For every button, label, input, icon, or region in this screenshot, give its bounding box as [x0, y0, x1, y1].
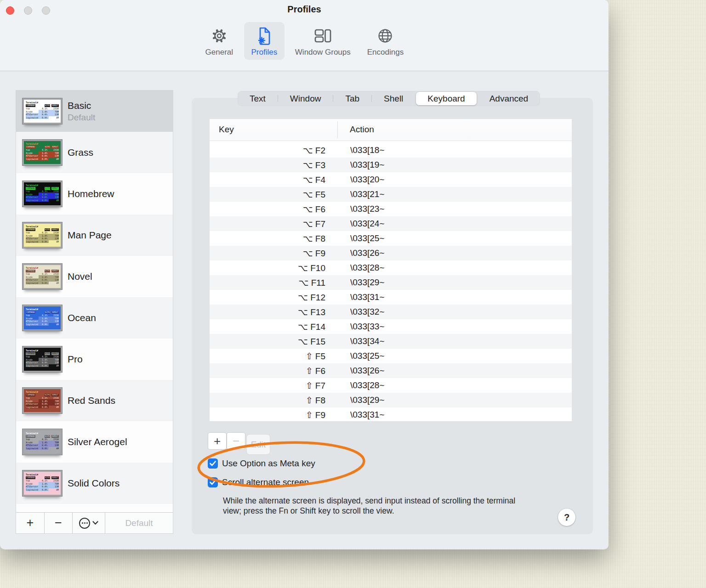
table-row[interactable]: ⌥ F10\033[28~	[210, 260, 572, 275]
key-cell: ⌥ F8	[210, 233, 337, 244]
key-cell: ⌥ F9	[210, 248, 337, 259]
action-cell: \033[18~	[337, 145, 385, 155]
action-cell: \033[28~	[337, 263, 385, 273]
profile-row-red-sands[interactable]: Terminal#COMMAND %CPU RPRVTtop4.1%231KXc…	[16, 380, 173, 421]
table-row[interactable]: ⌥ F3\033[19~	[210, 158, 572, 172]
profile-row-novel[interactable]: Terminal#COMMAND %CPU RPRVTtop4.1%231KXc…	[16, 256, 173, 297]
table-body: ⌥ F2\033[18~⌥ F3\033[19~⌥ F4\033[20~⌥ F5…	[210, 141, 572, 422]
alternate-screen-help-text: While the alternate screen is displayed,…	[223, 496, 535, 516]
checkbox-label: Scroll alternate screen	[222, 477, 309, 487]
segment-separator	[415, 95, 416, 102]
help-button[interactable]: ?	[558, 509, 575, 526]
table-row[interactable]: ⇧ F7\033[28~	[210, 378, 572, 393]
table-row[interactable]: ⌥ F12\033[31~	[210, 290, 572, 305]
remove-key-mapping-button[interactable]: −	[227, 432, 245, 450]
use-option-as-meta-key-checkbox[interactable]	[208, 458, 218, 469]
profile-thumbnail: Terminal#COMMAND %CPU RPRVTtop4.1%231KXc…	[23, 140, 62, 165]
tab-advanced[interactable]: Advanced	[478, 92, 540, 105]
desktop-background: Profiles General Profiles Window Groups …	[0, 0, 706, 588]
profile-list: Terminal#COMMAND %CPU RPRVTtop4.1%231KXc…	[16, 90, 173, 512]
action-cell: \033[26~	[337, 248, 385, 258]
key-cell: ⌥ F7	[210, 219, 337, 229]
toolbar-item-encodings[interactable]: Encodings	[361, 22, 410, 60]
key-cell: ⌥ F6	[210, 204, 337, 215]
profile-label: Silver Aerogel	[68, 436, 127, 447]
table-row[interactable]: ⌥ F8\033[25~	[210, 231, 572, 246]
action-column-header[interactable]: Action	[350, 124, 374, 135]
profile-row-basic[interactable]: Terminal#COMMAND %CPU RPRVTtop4.1%231KXc…	[16, 90, 173, 132]
table-row[interactable]: ⌥ F13\033[32~	[210, 305, 572, 319]
ellipsis-icon	[79, 518, 90, 529]
table-row[interactable]: ⌥ F4\033[20~	[210, 172, 572, 187]
table-row[interactable]: ⌥ F11\033[29~	[210, 275, 572, 290]
toolbar-item-label: Window Groups	[295, 48, 351, 57]
toolbar-item-profiles[interactable]: Profiles	[244, 22, 285, 60]
profile-row-grass[interactable]: Terminal#COMMAND %CPU RPRVTtop4.1%231KXc…	[16, 132, 173, 173]
table-row[interactable]: ⇧ F5\033[25~	[210, 349, 572, 363]
profile-label: Grass	[68, 147, 93, 158]
table-row[interactable]: ⌥ F14\033[33~	[210, 319, 572, 334]
action-cell: \033[20~	[337, 175, 385, 185]
checkmark-icon	[210, 480, 216, 485]
key-cell: ⌥ F13	[210, 307, 337, 317]
table-row[interactable]: ⌥ F2\033[18~	[210, 143, 572, 158]
profile-thumbnail: Terminal#COMMAND %CPU RPRVTtop4.1%231KXc…	[23, 470, 62, 496]
profile-row-silver-aerogel[interactable]: Terminal#COMMAND %CPU RPRVTtop4.1%231KXc…	[16, 421, 173, 463]
action-cell: \033[23~	[337, 204, 385, 214]
toolbar-item-general[interactable]: General	[199, 22, 239, 60]
table-row[interactable]: ⇧ F9\033[31~	[210, 407, 572, 422]
key-cell: ⇧ F7	[210, 380, 337, 391]
table-row[interactable]: ⇧ F6\033[26~	[210, 363, 572, 378]
key-column-header[interactable]: Key	[219, 124, 234, 135]
table-row[interactable]: ⌥ F7\033[24~	[210, 216, 572, 231]
key-cell: ⌥ F5	[210, 189, 337, 200]
more-options-button[interactable]	[73, 513, 105, 533]
tab-window[interactable]: Window	[279, 92, 333, 105]
tab-keyboard[interactable]: Keyboard	[416, 92, 476, 105]
table-row[interactable]: ⌥ F5\033[21~	[210, 187, 572, 202]
key-cell: ⌥ F10	[210, 263, 337, 273]
tab-shell[interactable]: Shell	[372, 92, 415, 105]
profile-row-solid-colors[interactable]: Terminal#COMMAND %CPU RPRVTtop4.1%231KXc…	[16, 463, 173, 504]
edit-key-mapping-button[interactable]: Edit	[246, 434, 270, 455]
table-row[interactable]: ⌥ F9\033[26~	[210, 246, 572, 260]
profile-label: Ocean	[68, 312, 96, 323]
toolbar-item-window-groups[interactable]: Window Groups	[289, 22, 357, 60]
scroll-alternate-screen-row[interactable]: Scroll alternate screen	[208, 477, 309, 487]
use-option-as-meta-key-row[interactable]: Use Option as Meta key	[208, 458, 315, 469]
profile-subtitle: Default	[68, 113, 95, 123]
action-cell: \033[29~	[337, 277, 385, 288]
segment-separator	[333, 95, 333, 102]
window-toolbar: Profiles General Profiles Window Groups …	[0, 0, 609, 71]
profile-row-homebrew[interactable]: Terminal#COMMAND %CPU RPRVTtop4.1%231KXc…	[16, 173, 173, 215]
profile-row-man-page[interactable]: Terminal#COMMAND %CPU RPRVTtop4.1%231KXc…	[16, 215, 173, 256]
action-cell: \033[33~	[337, 322, 385, 332]
action-cell: \033[28~	[337, 380, 385, 390]
profile-row-ocean[interactable]: Terminal#COMMAND %CPU RPRVTtop4.1%231KXc…	[16, 297, 173, 339]
checkbox-label: Use Option as Meta key	[222, 458, 315, 469]
segment-separator	[371, 95, 372, 102]
add-key-mapping-button[interactable]: +	[208, 432, 227, 450]
table-row[interactable]: ⇧ F8\033[29~	[210, 393, 572, 407]
add-profile-button[interactable]: +	[16, 513, 45, 533]
profile-name: Pro	[68, 354, 83, 365]
table-row[interactable]: ⌥ F6\033[23~	[210, 202, 572, 216]
toolbar-item-label: General	[205, 48, 233, 57]
profile-thumbnail: Terminal#COMMAND %CPU RPRVTtop4.1%231KXc…	[23, 388, 62, 413]
column-divider	[337, 121, 338, 138]
table-row[interactable]: ⌥ F15\033[34~	[210, 334, 572, 349]
profile-row-pro[interactable]: Terminal#COMMAND %CPU RPRVTtop4.1%231KXc…	[16, 339, 173, 380]
terminal-preferences-window: Profiles General Profiles Window Groups …	[0, 0, 609, 549]
profiles-sidebar: Terminal#COMMAND %CPU RPRVTtop4.1%231KXc…	[16, 90, 173, 534]
profile-thumbnail: Terminal#COMMAND %CPU RPRVTtop4.1%231KXc…	[23, 429, 62, 455]
tab-tab[interactable]: Tab	[334, 92, 371, 105]
default-button[interactable]: Default	[105, 513, 173, 533]
profile-name: Basic	[68, 100, 95, 111]
profile-thumbnail: Terminal#COMMAND %CPU RPRVTtop4.1%231KXc…	[23, 181, 62, 207]
profile-label: BasicDefault	[68, 100, 95, 123]
remove-profile-button[interactable]: −	[45, 513, 73, 533]
action-cell: \033[19~	[337, 160, 385, 170]
scroll-alternate-screen-checkbox[interactable]	[208, 477, 218, 487]
profile-doc-icon	[255, 25, 273, 46]
tab-text[interactable]: Text	[238, 92, 277, 105]
